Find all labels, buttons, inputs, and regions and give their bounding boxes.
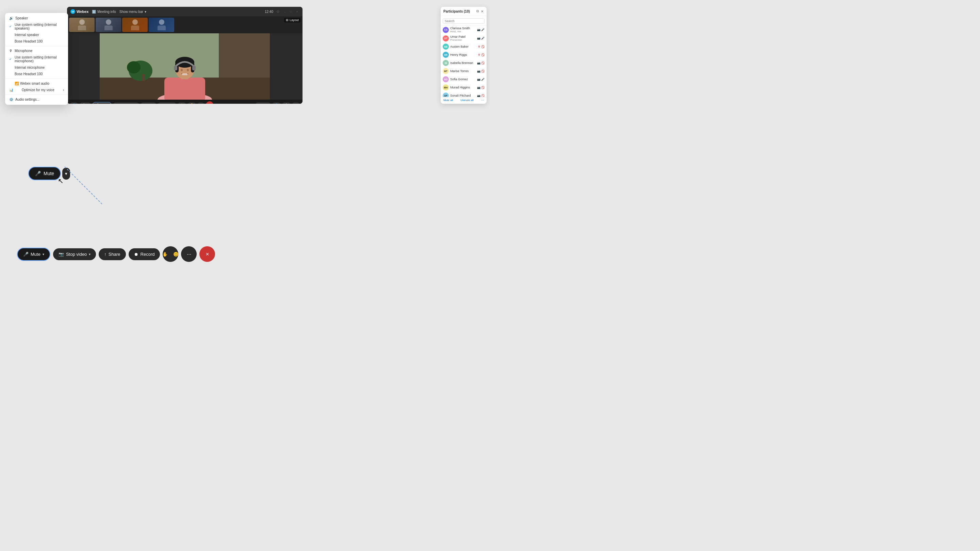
stop-video-button[interactable]: 📷 Stop video ▾ [113, 102, 140, 104]
participants-panel: Participants (10) ⧉ ✕ CS Clarissa Smith … [441, 7, 487, 104]
participant-name: Umar Patel [450, 35, 476, 38]
thumbnail-4[interactable] [149, 18, 174, 32]
divider [5, 46, 68, 46]
participant-controls: 📷 🚫 [477, 62, 485, 65]
more-options-btn[interactable]: ⋯ [292, 102, 300, 104]
participant-controls: 🎙 🚫 [478, 45, 485, 48]
avatar: IB [443, 60, 449, 66]
video-icon: 📷 [477, 37, 480, 40]
avatar: AB [443, 43, 449, 50]
close-button[interactable]: × [295, 10, 299, 14]
meeting-info-button[interactable]: ℹ️ Meeting info [92, 10, 116, 14]
reactions-btn[interactable]: ✋ [178, 102, 186, 104]
bottom-stop-video-button[interactable]: 📷 Stop video ▾ [53, 248, 96, 260]
avatar: SP [443, 92, 449, 97]
bose-headset-mic-option[interactable]: Bose Headset 100 [5, 71, 68, 77]
participant-name: Henry Riggs [450, 53, 476, 56]
title-bar: W Webex ℹ️ Meeting info Show menu bar ▾ … [67, 7, 302, 16]
record-button[interactable]: ⏺ Record [158, 102, 176, 104]
divider [5, 95, 68, 95]
svg-rect-8 [164, 78, 205, 100]
avatar: CS [443, 27, 449, 33]
avatar: HR [443, 52, 449, 58]
audio-settings-option[interactable]: ⚙️ Audio settings... [5, 96, 68, 103]
video-off-icon: 🚫 [481, 45, 485, 48]
participants-panel-btn[interactable]: 👤 [272, 102, 281, 104]
more-footer-btn[interactable]: ⋯ [481, 98, 484, 102]
chat-panel-btn[interactable]: 💬 [282, 102, 291, 104]
show-menu-button[interactable]: Show menu bar ▾ [119, 10, 146, 14]
search-bar [441, 16, 487, 25]
layout-button[interactable]: ⊞ Layout [284, 18, 301, 22]
gear-icon: ⚙️ [9, 98, 13, 102]
close-panel-button[interactable]: ✕ [480, 9, 484, 14]
mute-button-large[interactable]: 🎤 Mute ▾ [28, 167, 70, 180]
mic-icon: 🎤 [481, 78, 485, 81]
bose-headset-speaker-option[interactable]: Bose Headset 100 [5, 38, 68, 44]
meeting-window: W Webex ℹ️ Meeting info Show menu bar ▾ … [67, 7, 302, 104]
thumbnail-1[interactable] [69, 18, 95, 32]
panel-header: Participants (10) ⧉ ✕ [441, 7, 487, 16]
mute-all-button[interactable]: Mute all [443, 98, 453, 102]
end-call-icon: ✕ [205, 252, 209, 257]
svg-line-19 [65, 167, 102, 208]
bottom-more-button[interactable]: ⋯ [181, 246, 197, 262]
search-input[interactable] [443, 18, 485, 24]
bottom-end-call-button[interactable]: ✕ [199, 246, 215, 262]
thumbnail-3[interactable] [122, 18, 148, 32]
video-icon: 📷 [115, 103, 119, 104]
more-btn[interactable]: ... [197, 102, 205, 104]
info-btn[interactable]: 🛈 [276, 10, 280, 14]
emoji-icon: 😊 [173, 252, 179, 257]
use-system-speaker-option[interactable]: ✓ Use system setting (internal speakers) [5, 21, 68, 32]
bottom-share-button[interactable]: ↑ Share [99, 248, 126, 260]
thumbnails-row: ⊞ Layout [67, 16, 302, 33]
webex-title: Webex [76, 10, 89, 14]
hand-icon: ✋ [162, 252, 168, 257]
table-row: HR Henry Riggs 🎙 🚫 [441, 51, 487, 59]
title-bar-right: 12:40 🛈 – □ × [265, 10, 299, 14]
activity-btn[interactable]: 🔵 [70, 102, 78, 104]
thumbnail-2[interactable] [95, 18, 121, 32]
chevron-icon: ▾ [145, 10, 146, 14]
mute-button-enlarged[interactable]: 🎤 Mute [28, 167, 61, 180]
popout-icon[interactable]: ⧉ [476, 9, 479, 14]
minimize-button[interactable]: – [283, 10, 287, 14]
share-button[interactable]: ↑ Share [140, 102, 156, 104]
internal-microphone-option[interactable]: Internal microphone [5, 64, 68, 71]
participant-controls: 📷 🚫 [477, 86, 485, 89]
unmute-all-button[interactable]: Unmute all [460, 98, 473, 102]
svg-rect-6 [142, 74, 145, 81]
microphone-section-header: 🎙 Microphone [5, 48, 68, 54]
share-icon: ↑ [104, 252, 107, 257]
mic-icon: 🎤 [481, 37, 485, 40]
chevron-down-icon: ▾ [89, 252, 91, 256]
chat-btn[interactable]: 💬 ▾ [80, 102, 91, 104]
wifi-icon: 📶 [14, 82, 19, 86]
mute-chevron-button[interactable]: ▾ [62, 168, 70, 179]
optimize-voice-option[interactable]: 📊 Optimize for my voice › [5, 87, 68, 93]
apps-button[interactable]: ⊞ Apps [255, 102, 271, 104]
maximize-button[interactable]: □ [289, 10, 293, 14]
bottom-toolbar: 🎤 Mute ▾ 📷 Stop video ▾ ↑ Share ⏺ Record… [17, 246, 215, 262]
participant-name: Isabella Brennan [450, 61, 476, 65]
video-icon: 📷 [477, 28, 480, 31]
mic-muted-icon: 🎙 [478, 53, 480, 56]
webex-smart-audio-option[interactable]: 📶 Webex smart audio [5, 80, 68, 87]
svg-rect-2 [219, 33, 270, 78]
use-system-mic-option[interactable]: ✓ Use system setting (internal microphon… [5, 54, 68, 64]
mute-button[interactable]: 🎤 Mute ▾ [92, 102, 111, 104]
bottom-record-button[interactable]: ⏺ Record [129, 248, 160, 260]
speaker-icon: 🔊 [9, 16, 13, 20]
bottom-mute-button[interactable]: 🎤 Mute ▾ [17, 248, 50, 261]
end-call-button[interactable]: ✕ [206, 102, 213, 104]
internal-speaker-option[interactable]: Internal speaker [5, 32, 68, 38]
emoji-btn[interactable]: 😊 [188, 102, 196, 104]
speaker-section-header: 🔊 Speaker [5, 15, 68, 21]
divider [5, 79, 68, 79]
participant-controls: 📷 🎤 [477, 37, 485, 40]
info-icon: ℹ️ [92, 10, 96, 14]
bottom-reactions-button[interactable]: ✋ 😊 [163, 246, 178, 262]
mic-muted-icon: 🚫 [481, 86, 485, 89]
video-icon: 📷 [477, 94, 480, 97]
